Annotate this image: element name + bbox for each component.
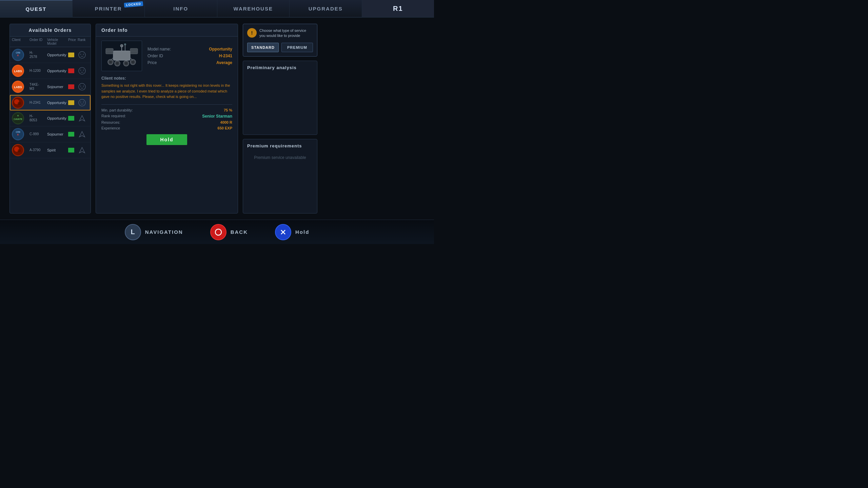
order-id: T4KE-M3 <box>29 83 47 91</box>
model-name-label: Model name: <box>147 47 171 52</box>
order-vehicle: Opportunity <box>47 69 68 73</box>
order-info-content: Model name: Opportunity Order ID H-2341 … <box>96 37 238 213</box>
svg-point-8 <box>79 67 85 74</box>
circle-icon <box>215 228 222 236</box>
order-vehicle: Opportunity <box>47 101 68 105</box>
preliminary-analysis-title: Preliminary analysis <box>247 65 313 70</box>
client-icon: CR8 R <box>12 49 24 61</box>
warning-icon: ! <box>247 28 257 38</box>
order-row[interactable]: A-3790 Spirit <box>10 142 91 158</box>
rank-icon <box>78 98 86 107</box>
svg-point-46 <box>132 61 134 63</box>
svg-point-48 <box>120 44 123 47</box>
tab-info[interactable]: INFO <box>145 0 217 17</box>
resources-label: Resources: <box>101 120 120 124</box>
svg-point-14 <box>80 86 81 87</box>
order-vehicle: Sojourner <box>47 132 68 136</box>
navigation-label: NAVIGATION <box>145 229 183 235</box>
svg-point-55 <box>215 229 221 235</box>
premium-button[interactable]: PREMIUM <box>281 43 313 52</box>
min-durability-value: 75 % <box>224 108 232 112</box>
bottom-navigation: L NAVIGATION BACK Hold <box>0 220 434 244</box>
orders-list: CR8 R H-2578 Opportunity <box>10 47 91 213</box>
svg-text:R: R <box>17 54 19 57</box>
order-id: H-2578 <box>29 51 47 59</box>
service-prompt: Choose what type of service you would li… <box>259 28 313 39</box>
nav-control-hold: Hold <box>275 224 309 240</box>
svg-point-21 <box>83 102 84 103</box>
main-content: Available Orders Client Order ID Vehicle… <box>0 18 434 220</box>
requirements: Min. part durability: 75 % Rank required… <box>101 108 232 130</box>
min-durability-label: Min. part durability: <box>101 108 133 112</box>
svg-point-19 <box>79 99 85 106</box>
order-id: H-8053 <box>29 114 47 122</box>
rank-icon <box>78 114 86 123</box>
back-label: BACK <box>231 229 248 235</box>
back-button-icon[interactable] <box>210 224 226 240</box>
premium-requirements-title: Premium requirements <box>247 143 313 148</box>
locked-badge: LOCKED <box>124 1 143 8</box>
rank-icon <box>78 82 86 91</box>
l-stick-icon: L <box>125 224 141 240</box>
svg-text:CAVATE: CAVATE <box>14 118 22 120</box>
right-panel: ! Choose what type of service you would … <box>243 24 317 214</box>
resources-row: Resources: 4000 R <box>101 120 232 124</box>
svg-text:R: R <box>17 134 19 136</box>
client-icon: CR8 R <box>12 128 24 140</box>
order-row-selected[interactable]: H-2341 Opportunity <box>10 95 91 110</box>
order-id: H-1200 <box>29 69 47 73</box>
hold-button-icon[interactable] <box>275 224 291 240</box>
rank-required-value: Senior Starman <box>202 114 232 119</box>
order-id: A-3790 <box>29 148 47 152</box>
rank-icon <box>78 50 86 59</box>
premium-unavailable: Premium service unavailable <box>247 155 313 160</box>
svg-point-40 <box>109 61 112 63</box>
col-rank: Rank <box>78 38 88 45</box>
tab-warehouse[interactable]: WAREHOUSE <box>217 0 290 17</box>
service-choice-panel: ! Choose what type of service you would … <box>243 24 317 57</box>
tab-quest[interactable]: QUEST <box>0 0 73 17</box>
order-row[interactable]: LABS H-1200 Opportunity <box>10 63 91 79</box>
price-flag-red <box>68 68 74 73</box>
rank-value: R1 <box>393 5 403 13</box>
price-flag-yellow <box>68 53 74 57</box>
divider <box>101 104 232 105</box>
svg-marker-29 <box>79 131 85 137</box>
client-icon <box>12 144 24 156</box>
price-flag-green <box>68 148 74 152</box>
model-name-row: Model name: Opportunity <box>147 47 232 52</box>
tab-upgrades-label: UPGRADES <box>309 6 343 12</box>
order-vehicle: Sojourner <box>47 85 68 89</box>
l-icon-label: L <box>131 228 135 236</box>
rank-icon <box>78 66 86 75</box>
order-id-row: Order ID H-2341 <box>147 54 232 58</box>
order-vehicle: Spirit <box>47 148 68 152</box>
svg-point-13 <box>79 83 85 90</box>
preliminary-analysis-panel: Preliminary analysis <box>243 61 317 135</box>
svg-point-10 <box>83 70 84 71</box>
order-row[interactable]: ✕ CAVATE H-8053 Opportunity <box>10 110 91 126</box>
svg-text:CR8: CR8 <box>16 52 20 54</box>
order-row[interactable]: CR8 R H-2578 Opportunity <box>10 47 91 63</box>
tab-printer[interactable]: PRINTER LOCKED <box>73 0 145 17</box>
experience-row: Experience 650 EXP <box>101 126 232 130</box>
svg-marker-33 <box>79 147 85 153</box>
standard-button[interactable]: STANDARD <box>247 43 279 52</box>
hold-bottom-label: Hold <box>295 229 309 235</box>
hold-button[interactable]: Hold <box>146 134 187 145</box>
order-row[interactable]: CR8 R C-999 Sojourner <box>10 126 91 142</box>
min-durability-row: Min. part durability: 75 % <box>101 108 232 112</box>
rank-icon <box>78 146 86 155</box>
nav-control-back: BACK <box>210 224 248 240</box>
order-vehicle: Opportunity <box>47 53 68 57</box>
tab-upgrades[interactable]: UPGRADES <box>290 0 362 17</box>
svg-marker-25 <box>79 116 85 121</box>
svg-point-44 <box>125 62 127 65</box>
order-info-title: Order Info <box>96 24 238 37</box>
tab-printer-label: PRINTER <box>95 6 122 12</box>
price-flag-green <box>68 132 74 137</box>
order-row[interactable]: LABS T4KE-M3 Sojourner <box>10 79 91 95</box>
service-buttons: STANDARD PREMIUM <box>247 43 313 52</box>
client-notes-label: Client notes: <box>101 76 232 81</box>
price-flag-green <box>68 116 74 121</box>
